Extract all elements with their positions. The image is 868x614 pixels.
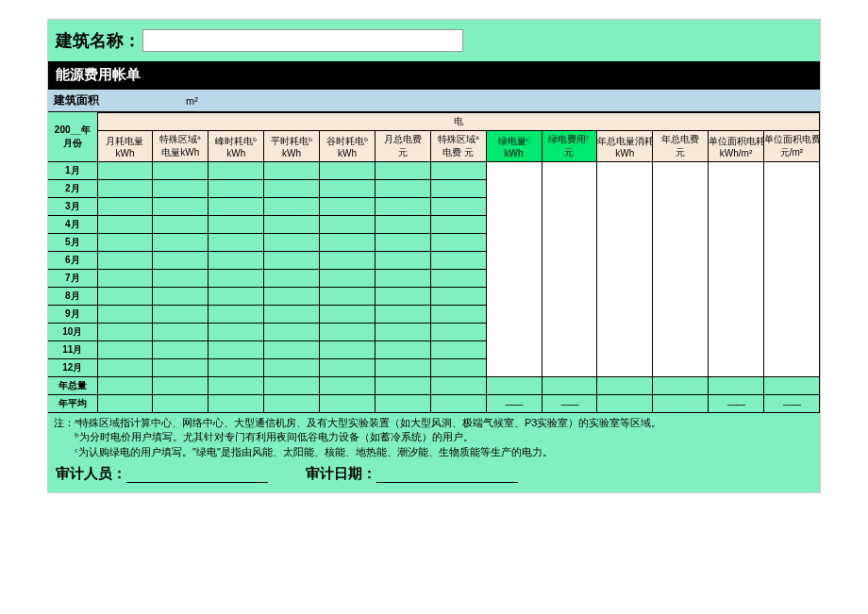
data-cell[interactable] xyxy=(375,162,430,180)
data-cell[interactable] xyxy=(264,288,320,306)
data-cell[interactable] xyxy=(764,162,820,377)
data-cell[interactable] xyxy=(320,180,376,198)
data-cell[interactable] xyxy=(430,180,486,198)
data-cell[interactable] xyxy=(264,252,320,270)
data-cell[interactable] xyxy=(97,288,153,306)
total-cell[interactable] xyxy=(764,377,820,395)
data-cell[interactable] xyxy=(153,198,209,216)
data-cell[interactable] xyxy=(97,162,153,180)
data-cell[interactable] xyxy=(153,341,209,359)
data-cell[interactable] xyxy=(209,198,264,216)
total-cell[interactable] xyxy=(542,377,597,395)
total-cell[interactable] xyxy=(709,377,764,395)
data-cell[interactable] xyxy=(153,252,209,270)
data-cell[interactable] xyxy=(375,198,430,216)
data-cell[interactable] xyxy=(209,306,264,324)
data-cell[interactable] xyxy=(320,198,376,216)
data-cell[interactable] xyxy=(209,341,264,359)
data-cell[interactable] xyxy=(430,252,486,270)
data-cell[interactable] xyxy=(97,359,153,377)
data-cell[interactable] xyxy=(320,306,376,324)
data-cell[interactable] xyxy=(209,180,264,198)
data-cell[interactable] xyxy=(375,252,430,270)
data-cell[interactable] xyxy=(209,359,264,377)
total-cell[interactable] xyxy=(153,377,209,395)
data-cell[interactable] xyxy=(97,180,153,198)
total-cell[interactable] xyxy=(375,377,430,395)
data-cell[interactable] xyxy=(320,288,376,306)
total-cell[interactable] xyxy=(597,377,653,395)
data-cell[interactable] xyxy=(320,359,376,377)
data-cell[interactable] xyxy=(97,216,153,234)
data-cell[interactable] xyxy=(264,216,320,234)
data-cell[interactable] xyxy=(375,270,430,288)
data-cell[interactable] xyxy=(153,324,209,341)
data-cell[interactable] xyxy=(320,234,376,252)
data-cell[interactable] xyxy=(430,270,486,288)
data-cell[interactable] xyxy=(597,162,653,377)
data-cell[interactable] xyxy=(264,324,320,341)
total-cell[interactable] xyxy=(97,377,153,395)
data-cell[interactable] xyxy=(320,252,376,270)
data-cell[interactable] xyxy=(264,162,320,180)
data-cell[interactable] xyxy=(542,162,597,377)
data-cell[interactable] xyxy=(430,198,486,216)
data-cell[interactable] xyxy=(153,162,209,180)
building-name-input[interactable] xyxy=(142,29,463,52)
total-cell[interactable] xyxy=(209,377,264,395)
data-cell[interactable] xyxy=(264,306,320,324)
data-cell[interactable] xyxy=(153,288,209,306)
audit-date-input-line[interactable] xyxy=(376,470,518,483)
total-cell[interactable] xyxy=(264,377,320,395)
data-cell[interactable] xyxy=(209,288,264,306)
data-cell[interactable] xyxy=(375,341,430,359)
data-cell[interactable] xyxy=(430,341,486,359)
total-cell[interactable] xyxy=(653,377,709,395)
data-cell[interactable] xyxy=(320,216,376,234)
data-cell[interactable] xyxy=(97,270,153,288)
data-cell[interactable] xyxy=(430,359,486,377)
data-cell[interactable] xyxy=(430,162,486,180)
data-cell[interactable] xyxy=(97,324,153,341)
data-cell[interactable] xyxy=(709,162,764,377)
data-cell[interactable] xyxy=(264,341,320,359)
data-cell[interactable] xyxy=(153,234,209,252)
auditor-input-line[interactable] xyxy=(126,470,268,483)
data-cell[interactable] xyxy=(209,270,264,288)
data-cell[interactable] xyxy=(430,306,486,324)
data-cell[interactable] xyxy=(375,306,430,324)
data-cell[interactable] xyxy=(153,216,209,234)
data-cell[interactable] xyxy=(209,216,264,234)
data-cell[interactable] xyxy=(153,180,209,198)
data-cell[interactable] xyxy=(320,341,376,359)
data-cell[interactable] xyxy=(375,216,430,234)
data-cell[interactable] xyxy=(264,180,320,198)
data-cell[interactable] xyxy=(486,162,542,377)
data-cell[interactable] xyxy=(430,324,486,341)
data-cell[interactable] xyxy=(209,324,264,341)
data-cell[interactable] xyxy=(153,359,209,377)
data-cell[interactable] xyxy=(320,162,376,180)
data-cell[interactable] xyxy=(264,198,320,216)
total-cell[interactable] xyxy=(320,377,376,395)
data-cell[interactable] xyxy=(430,234,486,252)
data-cell[interactable] xyxy=(320,270,376,288)
data-cell[interactable] xyxy=(320,324,376,341)
total-cell[interactable] xyxy=(430,377,486,395)
data-cell[interactable] xyxy=(375,234,430,252)
data-cell[interactable] xyxy=(375,180,430,198)
data-cell[interactable] xyxy=(264,270,320,288)
data-cell[interactable] xyxy=(97,341,153,359)
data-cell[interactable] xyxy=(97,252,153,270)
data-cell[interactable] xyxy=(264,359,320,377)
data-cell[interactable] xyxy=(97,198,153,216)
data-cell[interactable] xyxy=(375,359,430,377)
data-cell[interactable] xyxy=(97,234,153,252)
data-cell[interactable] xyxy=(209,234,264,252)
data-cell[interactable] xyxy=(375,288,430,306)
data-cell[interactable] xyxy=(430,216,486,234)
data-cell[interactable] xyxy=(209,162,264,180)
data-cell[interactable] xyxy=(153,270,209,288)
data-cell[interactable] xyxy=(153,306,209,324)
total-cell[interactable] xyxy=(486,377,542,395)
